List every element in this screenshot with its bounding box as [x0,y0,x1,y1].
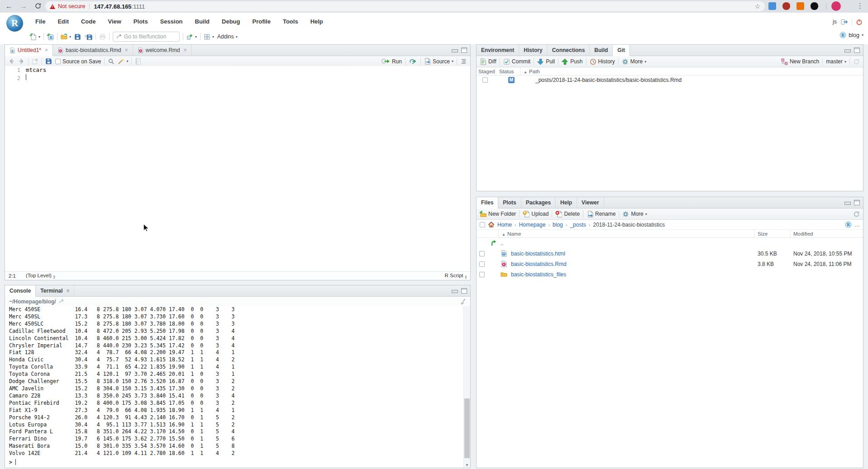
version-control-button[interactable]: ▾ [186,33,197,40]
save-button[interactable] [74,33,81,40]
forward-button[interactable] [18,58,25,65]
tab-console[interactable]: Console [5,285,36,297]
breadcrumb-homepage[interactable]: Homepage [519,222,546,228]
tab-welcome-rmd[interactable]: welcome.Rmd× [133,45,192,56]
minimize-pane-icon[interactable] [844,49,851,52]
menu-item[interactable]: File [35,18,45,25]
save-all-button[interactable] [84,33,92,40]
code-editor[interactable]: 1mtcars 2 [5,66,470,272]
column-status[interactable]: Status [499,69,514,74]
menu-item[interactable]: Plots [134,18,148,25]
open-file-button[interactable]: ▾ [61,33,71,40]
column-path[interactable]: ▲Path [524,69,540,74]
new-file-button[interactable]: ▾ [30,33,40,40]
clear-console-icon[interactable] [459,298,466,305]
tab-environment[interactable]: Environment [477,45,519,56]
rerun-button[interactable] [409,58,417,65]
source-button[interactable]: Source▾ [424,58,453,65]
maximize-pane-icon[interactable] [461,47,467,53]
file-checkbox[interactable] [479,261,485,267]
new-project-button[interactable] [47,33,54,40]
source-on-save-checkbox[interactable]: Source on Save [55,58,101,65]
back-button[interactable] [8,58,15,65]
file-checkbox[interactable] [479,272,485,277]
browser-forward-button[interactable]: → [20,1,27,11]
tab-untitled1[interactable]: Untitled1*× [5,45,53,56]
tab-connections[interactable]: Connections [548,45,590,56]
close-tab-icon[interactable]: × [45,47,48,53]
file-row-files-folder[interactable]: basic-biostatistics_files [477,269,863,280]
bookmark-star-icon[interactable]: ☆ [754,3,760,10]
maximize-pane-icon[interactable] [854,47,860,53]
menu-item[interactable]: Debug [222,18,240,25]
save-file-button[interactable] [45,58,52,65]
tab-plots[interactable]: Plots [498,197,521,208]
menu-item[interactable]: Edit [57,18,69,25]
browser-profile-avatar[interactable] [831,1,841,11]
goto-directory-icon[interactable] [59,298,65,304]
tab-files[interactable]: Files [477,197,498,208]
scrollbar-thumb[interactable] [464,398,470,458]
column-size[interactable]: Size [758,231,768,237]
file-row-html[interactable]: basic-biostatistics.html 30.5 KB Nov 24,… [477,248,863,259]
maximize-pane-icon[interactable] [461,288,467,294]
console-scrollbar[interactable]: ▼ [463,306,470,468]
menu-item[interactable]: Build [195,18,210,25]
addins-button[interactable]: Addins▾ [217,33,238,40]
find-replace-button[interactable] [108,58,114,65]
extension-icon-2[interactable] [782,2,790,10]
maximize-pane-icon[interactable] [854,200,860,205]
menu-item[interactable]: Profile [252,18,270,25]
project-menu[interactable]: blog ▾ [839,32,863,38]
git-file-row[interactable]: M _posts/2018-11-24-basic-biostatistics/… [477,76,863,84]
git-pull-button[interactable]: Pull [537,58,555,65]
menu-item[interactable]: Code [81,18,96,25]
extension-icon-4[interactable] [811,2,818,10]
column-modified[interactable]: Modified [793,231,813,237]
print-button[interactable] [99,33,106,40]
file-row-rmd[interactable]: basic-biostatistics.Rmd 3.8 KB Nov 24, 2… [477,259,863,269]
branch-selector[interactable]: master▾ [826,58,846,65]
quit-session-icon[interactable] [856,19,863,25]
file-link[interactable]: basic-biostatistics.html [511,251,565,257]
console-prompt[interactable]: > [9,459,16,466]
url-text[interactable]: 147.47.68.165:1111 [94,3,145,10]
document-outline-button[interactable] [460,58,467,65]
select-all-checkbox[interactable] [480,222,485,227]
tab-help[interactable]: Help [556,197,577,208]
upload-button[interactable]: Upload [523,211,548,218]
workspace-panes-button[interactable]: ▾ [204,33,214,40]
sign-out-icon[interactable] [840,19,848,25]
new-branch-button[interactable]: New Branch [781,58,819,65]
column-name[interactable]: ▲Name [502,231,521,237]
breadcrumb-posts[interactable]: _posts [570,222,586,228]
parent-directory-icon[interactable] [490,240,497,246]
git-more-button[interactable]: More▾ [622,58,646,65]
tab-packages[interactable]: Packages [521,197,556,208]
staged-checkbox[interactable] [482,77,488,83]
column-staged[interactable]: Staged [477,69,495,74]
files-refresh-button[interactable] [853,211,860,218]
tab-history[interactable]: History [519,45,547,56]
git-refresh-button[interactable] [853,58,860,65]
menu-item[interactable]: Session [160,18,183,25]
delete-button[interactable]: Delete [555,211,580,218]
scrollbar-down-arrow[interactable]: ▼ [464,463,470,467]
files-more-button[interactable]: More▾ [622,211,647,218]
breadcrumb-blog[interactable]: blog [553,222,563,228]
close-tab-icon[interactable]: × [125,47,128,53]
security-label[interactable]: Not secure [58,3,85,9]
minimize-pane-icon[interactable] [452,49,458,52]
folder-link[interactable]: basic-biostatistics_files [511,271,566,278]
code-tools-button[interactable]: ▾ [118,58,128,65]
address-bar[interactable]: Not secure 147.47.68.165:1111 ☆ [45,1,765,11]
breadcrumb-overflow-icon[interactable]: … [854,222,860,228]
minimize-pane-icon[interactable] [844,202,851,205]
show-in-new-window-button[interactable] [32,58,38,65]
tab-git[interactable]: Git [613,45,630,56]
close-tab-icon[interactable]: × [66,288,69,294]
file-checkbox[interactable] [479,251,485,256]
browser-menu-icon[interactable]: ⋮ [857,2,863,10]
file-row-up[interactable]: .. [477,238,863,248]
file-link[interactable]: basic-biostatistics.Rmd [511,261,567,267]
